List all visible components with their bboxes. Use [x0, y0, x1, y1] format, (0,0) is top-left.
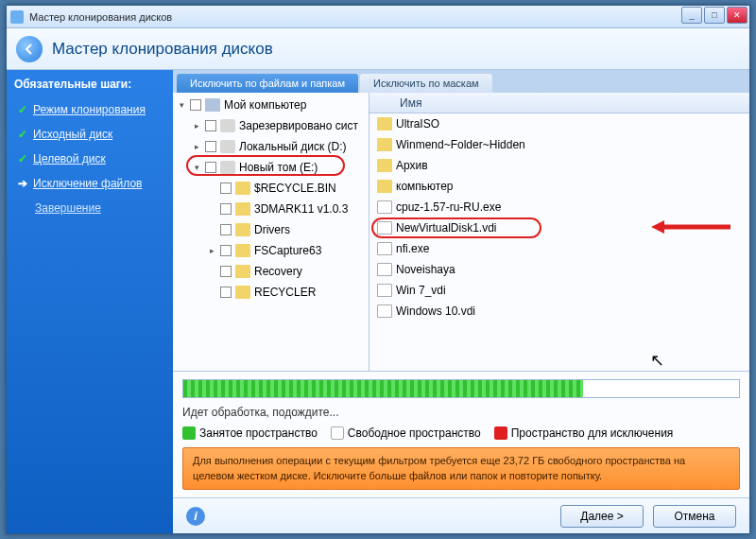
step-label: Целевой диск	[33, 152, 106, 165]
tree-label: Recovery	[254, 265, 302, 278]
tree-row[interactable]: $RECYCLE.BIN	[173, 178, 369, 199]
checkbox[interactable]	[205, 141, 216, 152]
main-panel: Исключить по файлам и папкам Исключить п…	[173, 70, 749, 533]
cancel-button[interactable]: Отмена	[653, 505, 736, 528]
tree-row[interactable]: Recovery	[173, 261, 369, 282]
back-arrow-icon	[23, 43, 36, 56]
app-icon	[10, 10, 24, 24]
checkbox[interactable]	[220, 266, 232, 277]
expander-icon[interactable]: ▸	[207, 246, 216, 255]
file-icon	[377, 263, 392, 276]
minimize-button[interactable]: _	[681, 7, 702, 24]
checkbox[interactable]	[205, 162, 216, 173]
check-icon: ✓	[18, 103, 27, 116]
back-button[interactable]	[16, 36, 43, 62]
tab-exclude-by-files[interactable]: Исключить по файлам и папкам	[177, 74, 358, 93]
list-row[interactable]: Noveishaya	[369, 259, 749, 280]
checkbox[interactable]	[220, 245, 232, 256]
legend-label: Занятое пространство	[199, 426, 318, 440]
progress-bar	[182, 379, 740, 398]
list-row[interactable]: nfi.exe	[369, 238, 749, 259]
exclude-tabs: Исключить по файлам и папкам Исключить п…	[173, 70, 749, 93]
step-label: Завершение	[35, 201, 101, 215]
folder-tree[interactable]: ▾Мой компьютер▸Зарезервировано сист▸Лока…	[173, 93, 369, 371]
tree-row[interactable]: Drivers	[173, 219, 369, 240]
wizard-body: Обязательные шаги: ✓ Режим клонирования …	[7, 70, 749, 533]
disk-icon	[220, 161, 235, 174]
list-row[interactable]: UltraISO	[369, 113, 749, 134]
status-text: Идет обработка, подождите...	[182, 406, 740, 419]
tree-label: Новый том (E:)	[239, 161, 318, 174]
checkbox[interactable]	[190, 99, 201, 111]
page-title: Мастер клонирования дисков	[52, 40, 273, 59]
progress-area: Идет обработка, подождите... Занятое про…	[173, 371, 749, 497]
list-row[interactable]: Windows 10.vdi	[369, 301, 749, 322]
expander-icon[interactable]: ▾	[192, 163, 201, 172]
legend-excluded: Пространство для исключения	[494, 426, 674, 440]
steps-sidebar: Обязательные шаги: ✓ Режим клонирования …	[7, 70, 173, 533]
list-label: cpuz-1.57-ru-RU.exe	[396, 200, 501, 214]
disk-icon	[220, 140, 235, 153]
file-icon	[377, 284, 392, 297]
tree-row[interactable]: RECYCLER	[173, 282, 369, 303]
tree-label: RECYCLER	[254, 286, 316, 299]
expander-icon[interactable]: ▸	[192, 121, 201, 130]
list-row[interactable]: cpuz-1.57-ru-RU.exe	[369, 197, 749, 217]
folder-icon	[235, 244, 250, 257]
wizard-window: Мастер клонирования дисков _ □ ✕ Мастер …	[6, 5, 750, 534]
step-source-disk[interactable]: ✓ Исходный диск	[14, 123, 165, 146]
tree-row[interactable]: ▸Локальный диск (D:)	[173, 136, 369, 157]
progress-fill	[183, 380, 583, 397]
list-row[interactable]: NewVirtualDisk1.vdi	[369, 217, 749, 238]
check-icon: ✓	[18, 152, 27, 165]
warning-box: Для выполнения операции с текущим фильтр…	[182, 447, 740, 490]
checkbox[interactable]	[205, 120, 216, 131]
step-clone-mode[interactable]: ✓ Режим клонирования	[14, 98, 165, 121]
pc-icon	[205, 98, 220, 112]
list-row[interactable]: Архив	[369, 155, 749, 176]
tree-row[interactable]: ▸Зарезервировано сист	[173, 115, 369, 136]
legend-used: Занятое пространство	[182, 426, 318, 440]
checkbox[interactable]	[220, 224, 232, 235]
tree-row[interactable]: ▾Мой компьютер	[173, 95, 369, 115]
file-list[interactable]: UltraISOWinmend~Folder~HiddenАрхивкомпью…	[369, 113, 749, 371]
list-row[interactable]: Winmend~Folder~Hidden	[369, 134, 749, 155]
file-icon	[377, 242, 392, 255]
tree-row[interactable]: ▸FSCapture63	[173, 240, 369, 261]
step-exclude-files[interactable]: ➔ Исключение файлов	[14, 172, 165, 195]
panels: ▾Мой компьютер▸Зарезервировано сист▸Лока…	[173, 93, 749, 371]
folder-icon	[235, 286, 250, 299]
folder-icon	[235, 265, 250, 278]
expander-icon[interactable]: ▾	[177, 100, 186, 110]
folder-icon	[377, 117, 392, 130]
list-row[interactable]: Win 7_vdi	[369, 280, 749, 301]
maximize-button[interactable]: □	[704, 7, 725, 24]
list-label: Winmend~Folder~Hidden	[396, 138, 525, 151]
file-icon	[377, 304, 392, 318]
checkbox[interactable]	[220, 183, 232, 194]
list-row[interactable]: компьютер	[369, 176, 749, 197]
tree-label: Drivers	[254, 223, 290, 236]
check-icon: ✓	[18, 128, 27, 141]
list-label: компьютер	[396, 180, 454, 193]
next-button[interactable]: Далее >	[560, 505, 644, 528]
folder-icon	[377, 159, 392, 172]
step-finish[interactable]: Завершение	[14, 197, 165, 219]
footer: i Далее > Отмена	[173, 497, 749, 533]
tree-row[interactable]: ▾Новый том (E:)	[173, 157, 369, 178]
info-button[interactable]: i	[186, 507, 205, 526]
expander-icon[interactable]: ▸	[192, 142, 201, 151]
tab-exclude-by-masks[interactable]: Исключить по маскам	[360, 74, 492, 93]
folder-icon	[377, 138, 392, 151]
swatch-icon	[494, 426, 507, 440]
list-label: nfi.exe	[396, 242, 429, 255]
list-column-name[interactable]: Имя	[369, 93, 749, 113]
tree-row[interactable]: 3DMARK11 v1.0.3	[173, 199, 369, 219]
checkbox[interactable]	[220, 203, 232, 215]
tree-label: 3DMARK11 v1.0.3	[254, 202, 348, 216]
titlebar[interactable]: Мастер клонирования дисков _ □ ✕	[7, 6, 749, 28]
checkbox[interactable]	[220, 287, 232, 298]
step-target-disk[interactable]: ✓ Целевой диск	[14, 148, 165, 170]
arrow-right-icon: ➔	[18, 177, 27, 190]
close-button[interactable]: ✕	[727, 7, 747, 24]
